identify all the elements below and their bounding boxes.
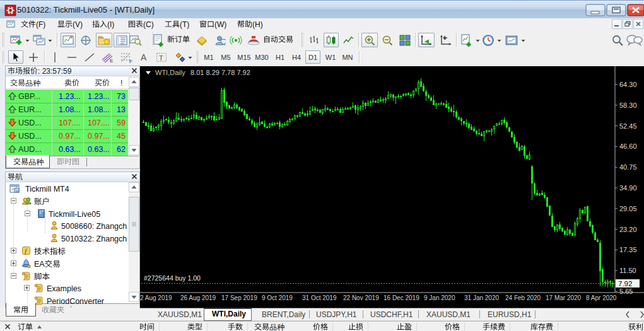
svg-text:1.08...: 1.08...	[59, 105, 81, 114]
svg-text:品种: 品种	[269, 323, 284, 331]
svg-text:(F): (F)	[36, 20, 45, 29]
svg-text:Tickmill-Live05: Tickmill-Live05	[49, 210, 100, 219]
svg-text:GBP...: GBP...	[18, 92, 40, 101]
svg-text:31 Oct 2019: 31 Oct 2019	[302, 294, 337, 301]
svg-text:0.97...: 0.97...	[88, 132, 110, 141]
svg-text:107....: 107....	[59, 119, 81, 127]
svg-text:!: !	[120, 79, 122, 88]
svg-text:EA: EA	[34, 260, 45, 269]
svg-text:11.50: 11.50	[619, 267, 636, 274]
svg-text:31 Jan 2020: 31 Jan 2020	[464, 294, 499, 301]
svg-text:46.60: 46.60	[619, 142, 637, 150]
svg-text:8 Apr 2020: 8 Apr 2020	[586, 294, 617, 301]
svg-text:0.63...: 0.63...	[88, 145, 110, 154]
svg-text:22 Nov 2019: 22 Nov 2019	[343, 294, 379, 301]
svg-text:(T): (T)	[180, 20, 189, 29]
svg-text:品种: 品种	[28, 158, 44, 166]
svg-text:52.45: 52.45	[619, 122, 637, 130]
svg-text:1.23...: 1.23...	[88, 92, 110, 101]
svg-text:26 Aug 2019: 26 Aug 2019	[180, 294, 216, 301]
svg-text:: 23:57:59: : 23:57:59	[38, 67, 72, 76]
svg-text:1.23...: 1.23...	[59, 92, 81, 101]
svg-text:USD...: USD...	[18, 132, 42, 141]
svg-text:17 Sep 2019: 17 Sep 2019	[221, 294, 257, 301]
svg-text:(W): (W)	[214, 20, 226, 29]
svg-text:#2725644 buy 1.00: #2725644 buy 1.00	[144, 274, 201, 282]
svg-text:(C): (C)	[143, 20, 154, 29]
svg-text:29.05: 29.05	[619, 205, 637, 212]
svg-text:24 Feb 2020: 24 Feb 2020	[505, 294, 541, 301]
svg-text:EUR...: EUR...	[18, 105, 42, 114]
svg-text:1.08...: 1.08...	[88, 105, 110, 114]
svg-text:5008660: Zhangch: 5008660: Zhangch	[61, 222, 127, 231]
svg-text:17 Mar 2020: 17 Mar 2020	[546, 294, 582, 301]
svg-text:USD...: USD...	[18, 119, 42, 127]
svg-text:0.97...: 0.97...	[59, 132, 81, 141]
svg-text:5.65: 5.65	[619, 287, 633, 295]
svg-text:62: 62	[117, 145, 126, 154]
svg-text:8.01 8.29 7.78 7.92: 8.01 8.29 7.78 7.92	[190, 69, 250, 76]
svg-text:WTI,Daily: WTI,Daily	[155, 69, 185, 76]
svg-text:73: 73	[117, 92, 126, 101]
svg-text:45: 45	[117, 132, 126, 141]
svg-text:34.90: 34.90	[619, 184, 637, 192]
svg-text:AUD...: AUD...	[18, 145, 42, 154]
svg-text:5010322: Zhangch: 5010322: Zhangch	[61, 235, 127, 243]
svg-text:W: W	[16, 189, 19, 193]
svg-text:58.30: 58.30	[619, 102, 637, 109]
svg-text:17.35: 17.35	[619, 246, 637, 253]
svg-text:40.75: 40.75	[619, 163, 637, 171]
svg-text:13: 13	[117, 105, 126, 114]
svg-text:(H): (H)	[252, 20, 263, 29]
svg-text:Tickmill MT4: Tickmill MT4	[25, 185, 69, 194]
svg-text:0.63...: 0.63...	[59, 145, 81, 154]
svg-text:Examples: Examples	[47, 284, 81, 293]
svg-text:(V): (V)	[73, 20, 83, 29]
svg-text:59: 59	[117, 119, 126, 127]
svg-text:64.30: 64.30	[619, 81, 637, 88]
svg-text:品种: 品种	[25, 79, 40, 88]
svg-text:(I): (I)	[107, 20, 114, 29]
svg-text:23.20: 23.20	[619, 226, 637, 233]
svg-text:16 Dec 2019: 16 Dec 2019	[383, 294, 419, 301]
svg-text:5010322: Tickmill-Live05 - [WT: 5010322: Tickmill-Live05 - [WTI,Daily]	[17, 5, 155, 15]
svg-text:9 Jan 2020: 9 Jan 2020	[424, 294, 455, 301]
svg-text:9 Oct 2019: 9 Oct 2019	[262, 294, 293, 301]
svg-text:7.92: 7.92	[618, 280, 632, 287]
svg-text:107....: 107....	[88, 119, 110, 127]
svg-text:2 Aug 2019: 2 Aug 2019	[140, 294, 172, 301]
